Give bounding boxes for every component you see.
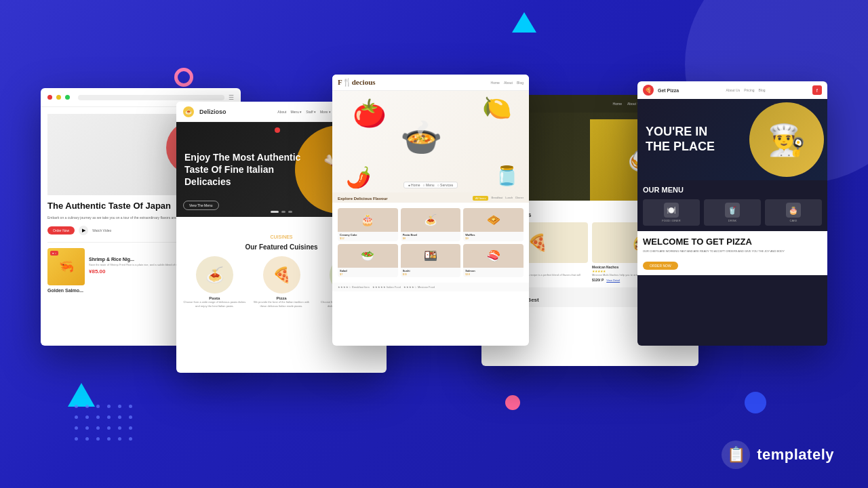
food-item-1-price: $8 bbox=[403, 237, 459, 240]
food-hero-tomato: 🍅 bbox=[353, 98, 387, 129]
triangle-top-icon bbox=[512, 12, 536, 33]
italian-pizza-image: 🍕 bbox=[263, 256, 300, 293]
pizza-hero-text: YOU'RE IN THE PLACE bbox=[646, 125, 732, 154]
pizza-nav-1[interactable]: About Us bbox=[726, 88, 741, 92]
pizza-welcome-desc: OUR CHEFS ARE WORKING FAST AND ARE READY… bbox=[643, 249, 822, 253]
food-filter-all[interactable]: All Items bbox=[473, 196, 488, 201]
background: 📋 templately ☰ 🍣 The Authentic Taste Of … bbox=[0, 0, 868, 488]
food-item-3-info: Salad $7 bbox=[338, 268, 398, 277]
italian-nav-more[interactable]: More ▾ bbox=[320, 110, 331, 114]
food-item-2: 🧇 Waffles $9 bbox=[463, 208, 524, 241]
pizza-menu-items: 🍽️ FOOD / DINER 🥤 DRINK 🎂 CAKE bbox=[643, 199, 822, 226]
mockups-container: ☰ 🍣 The Authentic Taste Of Japan Embark … bbox=[41, 75, 827, 434]
templately-brand: 📋 templately bbox=[722, 441, 834, 469]
food-item-4-info: Sushi $15 bbox=[401, 268, 461, 277]
japan-food-image: 🦐 ●○ bbox=[47, 248, 85, 285]
food-nav-about[interactable]: About bbox=[504, 81, 513, 85]
food-item-0-info: Creamy Cake $12 bbox=[338, 232, 398, 241]
italian-pasta-image: 🍝 bbox=[196, 256, 233, 293]
italian-hero-text: Enjoy The Most Authentic Taste Of Fine I… bbox=[184, 151, 301, 188]
food-grid-section: 🎂 Creamy Cake $12 🍝 Pasta Bowl $8 bbox=[332, 203, 529, 283]
food-item-2-image: 🧇 bbox=[463, 208, 524, 232]
food-hero-indicators: ● Home ○ Menu ○ Services bbox=[332, 182, 529, 188]
japan-watch-video-label: Watch Video bbox=[92, 228, 111, 232]
italian-pasta-desc: Choose from a wide range of delicious pa… bbox=[183, 300, 246, 308]
food-item-4: 🍱 Sushi $15 bbox=[401, 244, 461, 277]
food-explore-bar: Explore Delicious Flavour All Items Brea… bbox=[332, 192, 529, 203]
food-filter-lunch[interactable]: Lunch bbox=[505, 196, 513, 201]
pizza-hero-person-image: 👨‍🍳 bbox=[749, 102, 824, 177]
pizza-cake-label: CAKE bbox=[790, 219, 797, 222]
food-item-4-image: 🍱 bbox=[401, 244, 461, 268]
oliva-nav-home[interactable]: Home bbox=[613, 102, 622, 106]
food-nav: Home About Blog bbox=[491, 81, 524, 85]
food-item-5: 🍣 Salmon $18 bbox=[463, 244, 524, 277]
pizza-drink-icon: 🥤 bbox=[725, 203, 740, 218]
mockup-food[interactable]: F🍴decious Home About Blog 🍅 🍋 🌶️ 🫙 🍲 ● H… bbox=[332, 75, 529, 346]
pizza-menu-cake[interactable]: 🎂 CAKE bbox=[765, 199, 822, 226]
food-item-3: 🥗 Salad $7 bbox=[338, 244, 398, 277]
italian-pizza-desc: We provide the best of the Italian tradi… bbox=[250, 300, 313, 308]
food-filter-breakfast[interactable]: Breakfast bbox=[491, 196, 502, 201]
oliva-view-detail-1[interactable]: View Detail bbox=[606, 279, 620, 282]
pizza-menu-drink[interactable]: 🥤 DRINK bbox=[704, 199, 761, 226]
pizza-nav-2[interactable]: Pricing bbox=[744, 88, 754, 92]
food-hero-food-items: 🍅 🍋 🌶️ 🫙 🍲 bbox=[332, 91, 529, 192]
food-item-0-image: 🎂 bbox=[338, 208, 398, 232]
food-item-3-image: 🥗 bbox=[338, 244, 398, 268]
japan-play-icon[interactable]: ▶ bbox=[79, 226, 88, 235]
templately-logo-icon: 📋 bbox=[722, 441, 750, 469]
food-hero-main-dish: 🍲 bbox=[400, 118, 442, 157]
food-rating-2: ★★★★★ Italian Food bbox=[372, 285, 401, 289]
pizza-order-btn[interactable]: ORDER NOW bbox=[643, 262, 678, 270]
food-item-1-info: Pasta Bowl $8 bbox=[401, 232, 461, 241]
food-item-5-price: $18 bbox=[465, 272, 521, 276]
food-nav-blog[interactable]: Blog bbox=[517, 81, 524, 85]
food-item-1: 🍝 Pasta Bowl $8 bbox=[401, 208, 461, 241]
oliva-food-1-price: $120/ P bbox=[592, 278, 604, 282]
japan-url-bar bbox=[78, 95, 224, 100]
food-item-0: 🎂 Creamy Cake $12 bbox=[338, 208, 398, 241]
pizza-nav-3[interactable]: Blog bbox=[758, 88, 765, 92]
food-nav-home[interactable]: Home bbox=[491, 81, 500, 85]
pizza-cake-icon: 🎂 bbox=[786, 203, 801, 218]
mockup-pizza[interactable]: 🍕 Get Pizza About Us Pricing Blog f YOU'… bbox=[637, 81, 827, 346]
pizza-menu-section: OUR MENU 🍽️ FOOD / DINER 🥤 DRINK 🎂 CAKE bbox=[637, 180, 827, 231]
italian-view-menu-btn[interactable]: View The Menu bbox=[183, 197, 219, 210]
pizza-nav: About Us Pricing Blog bbox=[726, 88, 766, 92]
japan-dot-yellow bbox=[56, 95, 61, 100]
food-item-1-image: 🍝 bbox=[401, 208, 461, 232]
food-explore-title: Explore Delicious Flavour bbox=[338, 197, 388, 201]
food-logo-text: F🍴decious bbox=[338, 78, 376, 87]
japan-cta-button[interactable]: Order Now bbox=[47, 226, 75, 235]
food-rating-1: ★★★★☆ Breakfast Item bbox=[338, 285, 370, 289]
food-filter-dinner[interactable]: Dinner bbox=[515, 196, 524, 201]
pizza-logo-text: Get Pizza bbox=[658, 88, 679, 93]
food-item-4-price: $15 bbox=[403, 272, 459, 276]
japan-badge: ●○ bbox=[50, 251, 58, 256]
japan-dot-red bbox=[47, 95, 52, 100]
italian-nav-about[interactable]: About bbox=[277, 110, 286, 114]
italian-accent-dot bbox=[275, 127, 280, 133]
pizza-menu-title: OUR MENU bbox=[643, 186, 822, 194]
italian-logo-text: Delizioso bbox=[199, 108, 226, 115]
pizza-welcome-title: WELCOME TO GET PIZZA bbox=[643, 237, 822, 247]
pizza-menu-food[interactable]: 🍽️ FOOD / DINER bbox=[643, 199, 700, 226]
food-item-2-info: Waffles $9 bbox=[463, 232, 524, 241]
italian-logo-icon: 🍝 bbox=[183, 106, 194, 117]
pizza-social-icon[interactable]: f bbox=[812, 85, 822, 95]
templately-name: templately bbox=[757, 446, 834, 464]
italian-nav-menu[interactable]: Menu ▾ bbox=[290, 110, 302, 114]
food-item-0-price: $12 bbox=[340, 237, 396, 240]
svg-text:📋: 📋 bbox=[727, 445, 746, 464]
japan-dot-green bbox=[65, 95, 70, 100]
food-item-5-info: Salmon $18 bbox=[463, 268, 524, 277]
food-rating-3: ★★★★☆ Mexican Food bbox=[403, 285, 435, 289]
pizza-welcome-section: WELCOME TO GET PIZZA OUR CHEFS ARE WORKI… bbox=[637, 231, 827, 275]
italian-nav-staff[interactable]: Staff ▾ bbox=[306, 110, 316, 114]
pizza-logo-icon: 🍕 bbox=[643, 85, 654, 96]
pizza-browser-header: 🍕 Get Pizza About Us Pricing Blog f bbox=[637, 81, 827, 99]
food-filter-tabs: All Items Breakfast Lunch Dinner bbox=[473, 196, 524, 201]
food-item-grid: 🎂 Creamy Cake $12 🍝 Pasta Bowl $8 bbox=[338, 208, 524, 277]
food-browser-header: F🍴decious Home About Blog bbox=[332, 75, 529, 91]
